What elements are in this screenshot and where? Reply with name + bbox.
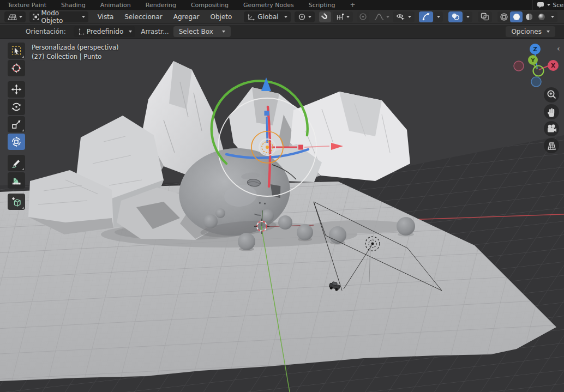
tab-compositing[interactable]: Compositing [191, 2, 229, 9]
chevron-down-icon [308, 16, 311, 18]
menu-objeto[interactable]: Objeto [205, 13, 238, 21]
viewport-header: Modo Objeto Vista Seleccionar Agregar Ob… [0, 10, 564, 24]
region-collapse-arrow[interactable]: ‹ [557, 45, 560, 52]
falloff-dropdown[interactable] [371, 11, 393, 22]
rotate-icon [11, 101, 22, 112]
wireframe-shading-button[interactable] [497, 11, 510, 22]
sphere[interactable] [203, 214, 218, 228]
tab-rendering[interactable]: Rendering [146, 2, 176, 9]
options-dropdown[interactable]: Opciones [506, 26, 555, 37]
scene-icon [537, 2, 545, 8]
sphere[interactable] [397, 217, 415, 236]
orientation-preset-dropdown[interactable]: Predefinido [74, 26, 136, 37]
overlays-dropdown[interactable] [464, 11, 472, 22]
rendered-sphere-icon [537, 13, 546, 21]
select-box-tool[interactable] [8, 43, 25, 59]
tab-scripting[interactable]: Scripting [309, 2, 335, 9]
annotate-pencil-icon [11, 158, 22, 168]
mode-selector[interactable]: Modo Objeto [29, 11, 88, 22]
move-icon [11, 84, 22, 95]
menu-vista[interactable]: Vista [92, 13, 119, 21]
move-x-handle[interactable] [298, 145, 303, 150]
snap-with-dropdown[interactable] [333, 11, 353, 22]
rotate-tool[interactable] [8, 99, 25, 115]
scale-icon [11, 119, 22, 130]
move-z-handle[interactable] [265, 111, 269, 116]
object-mode-icon [33, 13, 39, 21]
preset-axes-icon [77, 28, 85, 35]
transform-orientation-dropdown[interactable]: Global [244, 11, 290, 22]
xray-icon [481, 13, 489, 21]
grid-icon [545, 140, 557, 152]
sphere[interactable] [215, 208, 225, 218]
navigation-gizmo[interactable]: Z Y X [511, 43, 563, 89]
proportional-editing-toggle[interactable] [357, 11, 369, 22]
show-overlays-toggle[interactable] [448, 11, 463, 22]
xray-toggle[interactable] [478, 11, 492, 22]
tab-texture-paint[interactable]: Texture Paint [8, 2, 46, 9]
orientation-setting-label: Orientación: [26, 28, 66, 35]
chevron-down-icon [222, 31, 225, 33]
move-tool[interactable] [8, 81, 25, 98]
transform-tool[interactable] [8, 134, 25, 150]
orientation-label: Global [257, 13, 278, 21]
toggle-ortho-button[interactable] [544, 138, 559, 153]
add-cube-tool[interactable] [8, 194, 25, 210]
menu-seleccionar[interactable]: Seleccionar [119, 13, 167, 21]
material-preview-button[interactable] [523, 11, 535, 22]
chevron-down-icon [547, 31, 550, 33]
chevron-down-icon [437, 16, 440, 18]
camera-icon [545, 123, 557, 135]
pivot-point-dropdown[interactable] [295, 11, 315, 22]
sphere[interactable] [297, 224, 313, 240]
zoom-button[interactable] [544, 87, 559, 102]
wireframe-sphere-icon [500, 13, 508, 21]
transform-icon [11, 136, 22, 147]
show-gizmo-toggle[interactable] [419, 11, 433, 22]
scene-selector[interactable]: Scen [532, 0, 564, 10]
mode-label: Modo Objeto [41, 9, 75, 25]
add-workspace-button[interactable]: + [350, 1, 356, 9]
collection-breadcrumb: (27) Collection | Punto [32, 53, 101, 61]
snap-toggle[interactable] [319, 11, 331, 22]
viewport-scene [0, 39, 564, 392]
axis-ball-neg-z[interactable] [531, 77, 541, 87]
axis-ball-neg-y[interactable] [533, 66, 544, 76]
measure-tool[interactable] [8, 172, 25, 189]
solid-shading-button[interactable] [510, 11, 523, 22]
chevron-down-icon [386, 16, 389, 18]
drag-label: Arrastr... [141, 28, 169, 35]
chevron-down-icon [284, 16, 287, 18]
origin-point [266, 146, 269, 149]
add-cube-icon [11, 196, 22, 207]
annotate-tool[interactable] [8, 155, 25, 171]
sphere[interactable] [238, 233, 255, 250]
editor-type-button[interactable] [4, 11, 26, 22]
tab-shading[interactable]: Shading [61, 2, 86, 9]
eye-cursor-icon [396, 13, 406, 21]
material-sphere-icon [525, 13, 533, 21]
pan-button[interactable] [544, 104, 559, 119]
drag-mode-dropdown[interactable]: Select Box [173, 26, 231, 37]
scene-name: Scen [553, 2, 564, 9]
chevron-down-icon [408, 16, 411, 18]
gizmo-dropdown[interactable] [434, 11, 443, 22]
rendered-shading-button[interactable] [535, 11, 548, 22]
menu-agregar[interactable]: Agregar [168, 13, 205, 21]
sphere[interactable] [261, 209, 274, 222]
pivot-icon [298, 13, 306, 21]
selectability-visibility-dropdown[interactable] [393, 11, 415, 22]
chevron-down-icon [346, 16, 350, 18]
tab-animation[interactable]: Animation [100, 2, 131, 9]
tab-geometry-nodes[interactable]: Geometry Nodes [243, 2, 294, 9]
axis-ball-neg-x[interactable] [514, 61, 524, 71]
shading-dropdown[interactable] [548, 11, 557, 22]
3d-viewport[interactable]: Personalizada (perspectiva) (27) Collect… [0, 39, 564, 392]
cursor-tool[interactable] [8, 60, 25, 76]
chevron-down-icon [82, 16, 85, 18]
sphere[interactable] [278, 215, 292, 230]
scale-tool[interactable] [8, 116, 25, 132]
camera-view-button[interactable] [544, 121, 559, 136]
view-name-label: Personalizada (perspectiva) [32, 44, 119, 51]
z-axis-label: Z [533, 46, 537, 52]
